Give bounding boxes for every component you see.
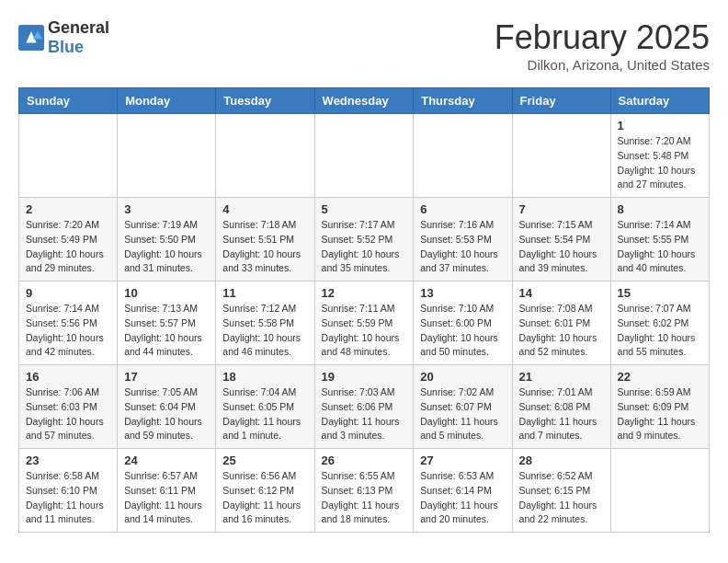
day-cell: 7Sunrise: 7:15 AM Sunset: 5:54 PM Daylig…: [512, 198, 610, 282]
day-info: Sunrise: 7:19 AM Sunset: 5:50 PM Dayligh…: [124, 218, 209, 276]
day-info: Sunrise: 7:07 AM Sunset: 6:02 PM Dayligh…: [618, 302, 702, 360]
day-number: 3: [124, 202, 209, 216]
day-info: Sunrise: 7:10 AM Sunset: 6:00 PM Dayligh…: [420, 302, 505, 360]
logo-text: General Blue: [48, 18, 109, 57]
day-info: Sunrise: 6:52 AM Sunset: 6:15 PM Dayligh…: [519, 469, 604, 527]
day-info: Sunrise: 7:17 AM Sunset: 5:52 PM Dayligh…: [322, 218, 407, 276]
day-info: Sunrise: 7:03 AM Sunset: 6:06 PM Dayligh…: [322, 385, 407, 443]
day-number: 10: [124, 286, 209, 300]
week-row-4: 16Sunrise: 7:06 AM Sunset: 6:03 PM Dayli…: [19, 365, 710, 449]
day-cell: [216, 114, 314, 198]
day-number: 15: [618, 286, 702, 300]
day-cell: [19, 114, 118, 198]
day-number: 27: [420, 454, 505, 467]
weekday-header-sunday: Sunday: [19, 88, 118, 114]
day-cell: 11Sunrise: 7:12 AM Sunset: 5:58 PM Dayli…: [216, 282, 314, 365]
day-cell: [414, 114, 512, 198]
day-cell: 8Sunrise: 7:14 AM Sunset: 5:55 PM Daylig…: [610, 198, 709, 282]
day-cell: 25Sunrise: 6:56 AM Sunset: 6:12 PM Dayli…: [216, 449, 314, 533]
day-info: Sunrise: 6:53 AM Sunset: 6:14 PM Dayligh…: [420, 469, 505, 527]
day-number: 13: [420, 286, 505, 300]
day-cell: 19Sunrise: 7:03 AM Sunset: 6:06 PM Dayli…: [314, 365, 414, 449]
day-cell: 27Sunrise: 6:53 AM Sunset: 6:14 PM Dayli…: [414, 449, 512, 533]
day-info: Sunrise: 7:02 AM Sunset: 6:07 PM Dayligh…: [420, 385, 505, 443]
day-number: 11: [222, 286, 307, 300]
day-number: 21: [519, 370, 604, 384]
day-info: Sunrise: 7:20 AM Sunset: 5:48 PM Dayligh…: [618, 134, 702, 192]
day-cell: 28Sunrise: 6:52 AM Sunset: 6:15 PM Dayli…: [512, 449, 610, 533]
week-row-3: 9Sunrise: 7:14 AM Sunset: 5:56 PM Daylig…: [19, 282, 710, 365]
day-cell: 10Sunrise: 7:13 AM Sunset: 5:57 PM Dayli…: [118, 282, 216, 365]
day-info: Sunrise: 7:11 AM Sunset: 5:59 PM Dayligh…: [322, 302, 407, 360]
day-cell: 1Sunrise: 7:20 AM Sunset: 5:48 PM Daylig…: [610, 114, 709, 198]
day-cell: 21Sunrise: 7:01 AM Sunset: 6:08 PM Dayli…: [512, 365, 610, 449]
day-number: 22: [618, 370, 702, 384]
day-cell: 14Sunrise: 7:08 AM Sunset: 6:01 PM Dayli…: [512, 282, 610, 365]
day-number: 18: [222, 370, 307, 384]
day-info: Sunrise: 6:56 AM Sunset: 6:12 PM Dayligh…: [222, 469, 307, 527]
day-info: Sunrise: 7:16 AM Sunset: 5:53 PM Dayligh…: [420, 218, 505, 276]
day-cell: 12Sunrise: 7:11 AM Sunset: 5:59 PM Dayli…: [314, 282, 414, 365]
month-title: February 2025: [495, 18, 710, 57]
day-info: Sunrise: 6:55 AM Sunset: 6:13 PM Dayligh…: [322, 469, 407, 527]
day-number: 25: [222, 454, 307, 467]
week-row-2: 2Sunrise: 7:20 AM Sunset: 5:49 PM Daylig…: [19, 198, 710, 282]
weekday-header-saturday: Saturday: [610, 88, 709, 114]
day-cell: [118, 114, 216, 198]
day-number: 23: [26, 454, 110, 467]
day-info: Sunrise: 7:14 AM Sunset: 5:56 PM Dayligh…: [26, 302, 110, 360]
week-row-5: 23Sunrise: 6:58 AM Sunset: 6:10 PM Dayli…: [19, 449, 710, 533]
calendar-table: SundayMondayTuesdayWednesdayThursdayFrid…: [18, 87, 710, 533]
day-number: 26: [322, 454, 407, 467]
day-info: Sunrise: 7:13 AM Sunset: 5:57 PM Dayligh…: [124, 302, 209, 360]
logo-icon: [18, 25, 44, 51]
day-cell: 3Sunrise: 7:19 AM Sunset: 5:50 PM Daylig…: [118, 198, 216, 282]
day-cell: 15Sunrise: 7:07 AM Sunset: 6:02 PM Dayli…: [610, 282, 709, 365]
day-info: Sunrise: 6:59 AM Sunset: 6:09 PM Dayligh…: [618, 385, 702, 443]
weekday-header-wednesday: Wednesday: [314, 88, 414, 114]
day-info: Sunrise: 7:08 AM Sunset: 6:01 PM Dayligh…: [519, 302, 604, 360]
day-info: Sunrise: 6:57 AM Sunset: 6:11 PM Dayligh…: [124, 469, 209, 527]
day-number: 7: [519, 202, 604, 216]
day-number: 24: [124, 454, 209, 467]
day-info: Sunrise: 7:20 AM Sunset: 5:49 PM Dayligh…: [26, 218, 110, 276]
weekday-header-row: SundayMondayTuesdayWednesdayThursdayFrid…: [19, 88, 710, 114]
day-cell: 26Sunrise: 6:55 AM Sunset: 6:13 PM Dayli…: [314, 449, 414, 533]
day-cell: 2Sunrise: 7:20 AM Sunset: 5:49 PM Daylig…: [19, 198, 118, 282]
day-cell: [314, 114, 414, 198]
day-number: 1: [618, 119, 702, 132]
day-number: 20: [420, 370, 505, 384]
header: General Blue February 2025 Dilkon, Arizo…: [18, 18, 710, 73]
day-number: 17: [124, 370, 209, 384]
day-info: Sunrise: 6:58 AM Sunset: 6:10 PM Dayligh…: [26, 469, 110, 527]
day-cell: 24Sunrise: 6:57 AM Sunset: 6:11 PM Dayli…: [118, 449, 216, 533]
day-cell: 4Sunrise: 7:18 AM Sunset: 5:51 PM Daylig…: [216, 198, 314, 282]
day-cell: 16Sunrise: 7:06 AM Sunset: 6:03 PM Dayli…: [19, 365, 118, 449]
day-number: 14: [519, 286, 604, 300]
weekday-header-friday: Friday: [512, 88, 610, 114]
day-cell: 23Sunrise: 6:58 AM Sunset: 6:10 PM Dayli…: [19, 449, 118, 533]
day-cell: [512, 114, 610, 198]
weekday-header-thursday: Thursday: [414, 88, 512, 114]
logo: General Blue: [18, 18, 109, 57]
day-number: 2: [26, 202, 110, 216]
day-cell: 5Sunrise: 7:17 AM Sunset: 5:52 PM Daylig…: [314, 198, 414, 282]
day-cell: 9Sunrise: 7:14 AM Sunset: 5:56 PM Daylig…: [19, 282, 118, 365]
day-info: Sunrise: 7:12 AM Sunset: 5:58 PM Dayligh…: [222, 302, 307, 360]
day-number: 6: [420, 202, 505, 216]
day-cell: [610, 449, 709, 533]
weekday-header-tuesday: Tuesday: [216, 88, 314, 114]
day-number: 28: [519, 454, 604, 467]
day-info: Sunrise: 7:14 AM Sunset: 5:55 PM Dayligh…: [618, 218, 702, 276]
day-number: 9: [26, 286, 110, 300]
day-info: Sunrise: 7:05 AM Sunset: 6:04 PM Dayligh…: [124, 385, 209, 443]
day-cell: 18Sunrise: 7:04 AM Sunset: 6:05 PM Dayli…: [216, 365, 314, 449]
day-cell: 17Sunrise: 7:05 AM Sunset: 6:04 PM Dayli…: [118, 365, 216, 449]
day-info: Sunrise: 7:18 AM Sunset: 5:51 PM Dayligh…: [222, 218, 307, 276]
day-cell: 13Sunrise: 7:10 AM Sunset: 6:00 PM Dayli…: [414, 282, 512, 365]
day-number: 8: [618, 202, 702, 216]
weekday-header-monday: Monday: [118, 88, 216, 114]
day-cell: 6Sunrise: 7:16 AM Sunset: 5:53 PM Daylig…: [414, 198, 512, 282]
day-number: 12: [322, 286, 407, 300]
day-info: Sunrise: 7:04 AM Sunset: 6:05 PM Dayligh…: [222, 385, 307, 443]
